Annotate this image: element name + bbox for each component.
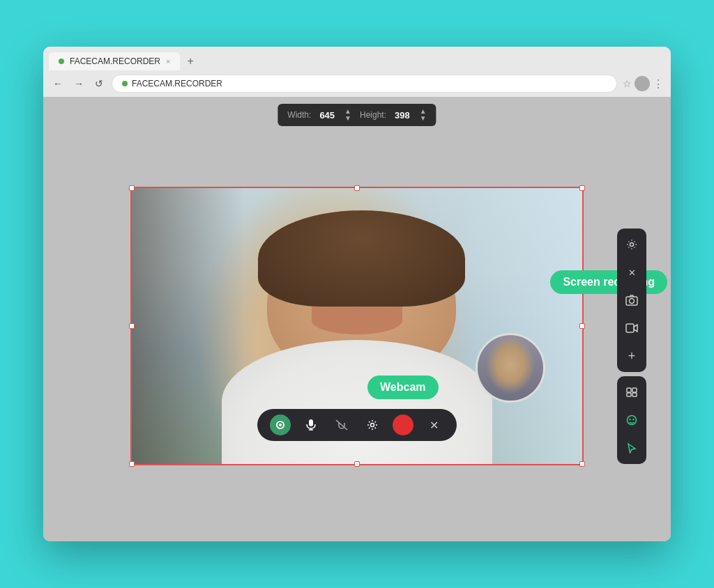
width-spinner[interactable]: ▲▼ bbox=[344, 108, 351, 122]
profile-icon[interactable] bbox=[635, 76, 650, 91]
video-icon bbox=[625, 323, 638, 333]
back-button[interactable]: ← bbox=[50, 77, 66, 91]
svg-rect-11 bbox=[627, 388, 631, 392]
nav-actions: ☆ ⋮ bbox=[623, 76, 664, 91]
mute-button[interactable] bbox=[331, 415, 352, 435]
panel-layout-button[interactable] bbox=[621, 382, 642, 403]
tab-close-btn[interactable]: × bbox=[166, 57, 170, 65]
camera-icon bbox=[625, 295, 638, 306]
tab-title: FACECAM.RECORDER bbox=[70, 56, 160, 66]
forward-button[interactable]: → bbox=[71, 77, 86, 91]
right-panel: ✕ bbox=[617, 229, 646, 464]
height-label: Height: bbox=[360, 110, 386, 120]
panel-face-button[interactable] bbox=[621, 410, 642, 431]
plus-icon: + bbox=[628, 349, 636, 364]
svg-point-17 bbox=[632, 419, 634, 420]
mic-icon bbox=[306, 419, 316, 431]
svg-point-1 bbox=[279, 424, 282, 426]
bottom-toolbar: ✕ bbox=[257, 409, 457, 441]
shirt-element bbox=[222, 340, 492, 464]
webcam-preview-face bbox=[478, 335, 543, 401]
browser-content: Width: 645 ▲▼ Height: 398 ▲▼ bbox=[43, 97, 671, 541]
record-dot bbox=[399, 421, 407, 429]
webcam-label: Webcam bbox=[367, 376, 439, 399]
layout-icon bbox=[626, 387, 637, 397]
webcam-preview-circle bbox=[476, 333, 545, 403]
panel-secondary-controls bbox=[617, 376, 646, 464]
svg-rect-14 bbox=[632, 393, 637, 396]
hair-element bbox=[258, 210, 465, 307]
active-tab[interactable]: FACECAM.RECORDER × bbox=[49, 52, 180, 70]
close-icon: ✕ bbox=[430, 419, 439, 432]
panel-add-button[interactable]: + bbox=[621, 346, 642, 366]
webcam-icon bbox=[275, 419, 286, 431]
panel-close-button[interactable]: ✕ bbox=[621, 262, 642, 283]
mute-icon bbox=[335, 419, 348, 431]
screen-recording-label: Screen recording bbox=[550, 270, 667, 294]
cursor-icon bbox=[627, 442, 637, 454]
browser-chrome: FACECAM.RECORDER × + ← → ↺ FACECAM.RECOR… bbox=[43, 47, 671, 97]
address-bar[interactable]: FACECAM.RECORDER bbox=[112, 75, 617, 93]
record-button[interactable] bbox=[393, 415, 413, 435]
smile-element bbox=[312, 307, 402, 334]
height-value: 398 bbox=[395, 110, 410, 121]
svg-point-6 bbox=[371, 424, 374, 427]
width-label: Width: bbox=[287, 110, 311, 120]
star-icon[interactable]: ☆ bbox=[623, 78, 632, 89]
browser-window: FACECAM.RECORDER × + ← → ↺ FACECAM.RECOR… bbox=[43, 47, 671, 541]
svg-point-7 bbox=[630, 243, 634, 247]
webcam-toggle-button[interactable] bbox=[270, 415, 291, 435]
face-icon bbox=[626, 415, 637, 426]
favicon-dot bbox=[59, 59, 64, 64]
panel-main-controls: ✕ bbox=[617, 229, 646, 372]
menu-icon[interactable]: ⋮ bbox=[653, 77, 664, 91]
panel-close-icon: ✕ bbox=[628, 268, 636, 278]
panel-screenshot-button[interactable] bbox=[621, 290, 642, 311]
tab-bar: FACECAM.RECORDER × + bbox=[43, 47, 671, 70]
svg-rect-2 bbox=[309, 419, 313, 426]
settings-button[interactable] bbox=[362, 415, 383, 435]
refresh-button[interactable]: ↺ bbox=[92, 77, 106, 91]
svg-point-9 bbox=[630, 299, 635, 304]
panel-gear-icon bbox=[626, 239, 637, 250]
svg-rect-10 bbox=[626, 324, 634, 332]
svg-point-16 bbox=[629, 419, 630, 420]
stop-button[interactable]: ✕ bbox=[423, 415, 444, 435]
dimension-bar: Width: 645 ▲▼ Height: 398 ▲▼ bbox=[278, 104, 436, 126]
address-text: FACECAM.RECORDER bbox=[132, 79, 222, 88]
settings-icon bbox=[367, 419, 378, 431]
mic-button[interactable] bbox=[301, 415, 321, 435]
panel-video-button[interactable] bbox=[621, 318, 642, 339]
nav-bar: ← → ↺ FACECAM.RECORDER ☆ ⋮ bbox=[43, 70, 671, 97]
new-tab-button[interactable]: + bbox=[181, 52, 199, 70]
panel-gear-button[interactable] bbox=[621, 234, 642, 255]
width-value: 645 bbox=[319, 110, 335, 121]
recording-area: Webcam Screen recording bbox=[130, 187, 584, 465]
svg-rect-13 bbox=[627, 393, 631, 396]
svg-rect-12 bbox=[632, 388, 637, 392]
panel-cursor-button[interactable] bbox=[621, 438, 642, 458]
address-favicon bbox=[122, 81, 128, 86]
height-spinner[interactable]: ▲▼ bbox=[420, 108, 427, 122]
